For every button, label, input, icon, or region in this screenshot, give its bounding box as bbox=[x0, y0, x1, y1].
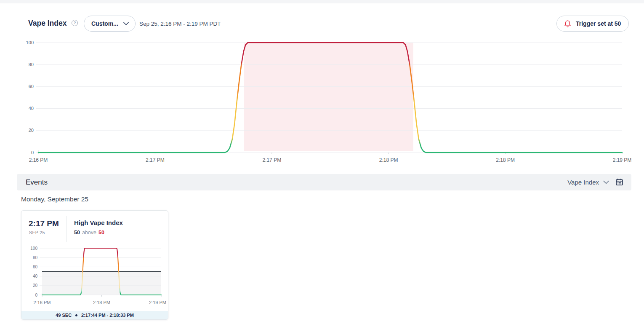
page-top-strip bbox=[0, 0, 644, 3]
event-date: SEP 25 bbox=[29, 230, 45, 235]
svg-text:2:16 PM: 2:16 PM bbox=[34, 300, 51, 305]
event-footer: 49 SEC 2:17:44 PM - 2:18:33 PM bbox=[21, 311, 168, 319]
svg-text:100: 100 bbox=[26, 40, 34, 45]
chevron-down-icon bbox=[603, 180, 609, 184]
svg-text:2:17 PM: 2:17 PM bbox=[146, 157, 165, 163]
event-window: 2:17:44 PM - 2:18:33 PM bbox=[81, 313, 134, 318]
chevron-down-icon bbox=[123, 22, 129, 25]
svg-text:60: 60 bbox=[33, 265, 38, 269]
time-range-selector[interactable]: Custom... bbox=[84, 16, 136, 32]
event-relation: above bbox=[82, 230, 96, 236]
svg-text:40: 40 bbox=[29, 106, 34, 111]
event-value: 50 bbox=[74, 230, 80, 236]
svg-text:20: 20 bbox=[33, 283, 38, 288]
time-range-label: Custom... bbox=[91, 20, 118, 27]
events-header-bar: Events Vape Index bbox=[17, 174, 631, 190]
trigger-label: Trigger set at 50 bbox=[576, 20, 621, 27]
svg-text:2:18 PM: 2:18 PM bbox=[496, 157, 515, 163]
events-filter-dropdown[interactable]: Vape Index bbox=[567, 179, 609, 186]
event-title: High Vape Index bbox=[74, 219, 123, 226]
calendar-icon[interactable] bbox=[615, 178, 624, 187]
events-date-header: Monday, September 25 bbox=[21, 195, 88, 203]
event-card[interactable]: 2:17 PM SEP 25 High Vape Index 50 above … bbox=[21, 210, 168, 320]
help-icon[interactable]: ? bbox=[72, 20, 78, 26]
svg-text:60: 60 bbox=[29, 84, 34, 89]
event-mini-chart: 0204060801002:16 PM2:18 PM2:19 PM bbox=[23, 244, 170, 308]
events-filter-label: Vape Index bbox=[567, 179, 599, 186]
event-threshold: 50 bbox=[98, 230, 104, 236]
page-title: Vape Index bbox=[28, 19, 67, 28]
event-duration: 49 SEC bbox=[56, 313, 72, 318]
divider bbox=[67, 216, 67, 242]
date-range-text: Sep 25, 2:16 PM - 2:19 PM PDT bbox=[139, 21, 221, 27]
vape-index-chart[interactable]: 0204060801002:16 PM2:17 PM2:17 PM2:18 PM… bbox=[17, 40, 631, 167]
trigger-button[interactable]: Trigger set at 50 bbox=[556, 16, 629, 32]
events-controls: Vape Index bbox=[567, 178, 624, 187]
svg-text:20: 20 bbox=[29, 128, 34, 133]
svg-text:2:18 PM: 2:18 PM bbox=[379, 157, 398, 163]
svg-text:0: 0 bbox=[31, 150, 34, 155]
dot-separator-icon bbox=[75, 314, 77, 316]
svg-text:2:19 PM: 2:19 PM bbox=[149, 300, 166, 305]
svg-text:2:16 PM: 2:16 PM bbox=[29, 157, 48, 163]
events-title: Events bbox=[26, 178, 48, 187]
svg-text:2:19 PM: 2:19 PM bbox=[613, 157, 632, 163]
svg-text:0: 0 bbox=[35, 293, 37, 297]
svg-text:80: 80 bbox=[29, 62, 34, 67]
bell-icon bbox=[564, 20, 572, 28]
svg-text:2:18 PM: 2:18 PM bbox=[93, 300, 110, 305]
event-time: 2:17 PM bbox=[29, 219, 59, 228]
event-subtitle: 50 above 50 bbox=[74, 230, 104, 236]
svg-text:100: 100 bbox=[30, 246, 37, 251]
svg-text:80: 80 bbox=[33, 255, 38, 260]
svg-text:2:17 PM: 2:17 PM bbox=[262, 157, 281, 163]
svg-text:40: 40 bbox=[33, 274, 38, 278]
